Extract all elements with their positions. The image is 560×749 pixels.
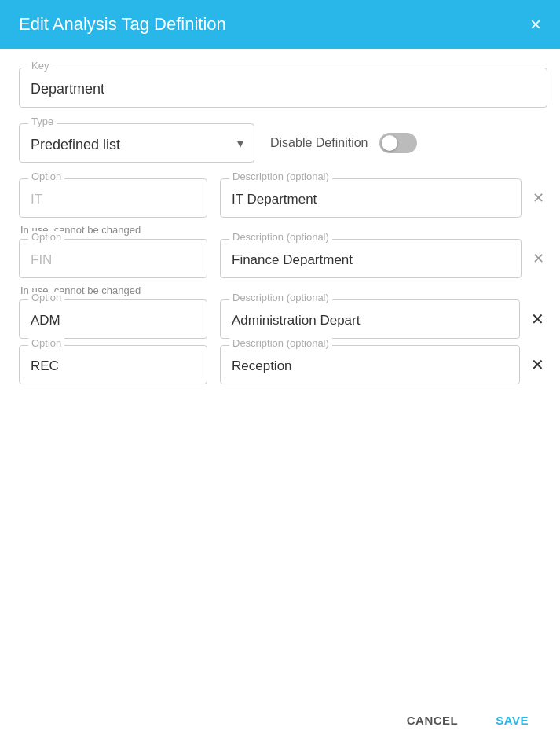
desc-input-container-2: Description (optional) (220, 299, 520, 339)
type-select[interactable]: Predefined list (19, 123, 254, 163)
remove-button-0[interactable]: ✕ (529, 188, 547, 208)
desc-input-3[interactable] (220, 345, 520, 384)
desc-input-0[interactable] (220, 178, 522, 218)
option-label-3: Option (28, 337, 64, 349)
type-label: Type (28, 116, 57, 127)
option-row-2: Option Description (optional) ✕ (19, 299, 547, 339)
option-field-wrap-3: Option (19, 345, 207, 384)
desc-input-container-3: Description (optional) (220, 345, 520, 384)
desc-label-3: Description (optional) (229, 337, 332, 349)
option-input-3[interactable] (19, 345, 207, 384)
disable-definition-group: Disable Definition (270, 133, 547, 153)
desc-input-container-1: Description (optional) (220, 239, 522, 278)
toggle-thumb (382, 135, 397, 151)
key-field-group: Key (19, 68, 547, 108)
desc-input-1[interactable] (220, 239, 522, 278)
desc-field-wrap-1: Description (optional) ✕ (220, 239, 547, 278)
desc-label-1: Description (optional) (229, 231, 332, 243)
type-row: Type Predefined list ▾ Disable Definitio… (19, 123, 547, 163)
save-button[interactable]: SAVE (486, 707, 538, 733)
option-block-0: Option Description (optional) ✕ (19, 178, 547, 218)
option-label-2: Option (28, 292, 64, 303)
desc-field-wrap-0: Description (optional) ✕ (220, 178, 547, 218)
option-row-0: Option Description (optional) ✕ (19, 178, 547, 218)
key-input[interactable] (19, 68, 547, 108)
remove-button-1[interactable]: ✕ (529, 248, 547, 269)
option-block-2: In use, cannot be changed Option Descrip… (19, 285, 547, 339)
options-container: Option Description (optional) ✕ (19, 178, 547, 384)
desc-label-0: Description (optional) (229, 171, 332, 182)
option-row-3: Option Description (optional) ✕ (19, 345, 547, 384)
key-field-label: Key (28, 60, 52, 72)
option-field-wrap-2: Option (19, 299, 207, 339)
dialog: Edit Analysis Tag Definition × Key Type … (0, 0, 560, 749)
desc-field-wrap-3: Description (optional) ✕ (220, 345, 547, 384)
desc-field-wrap-2: Description (optional) ✕ (220, 299, 547, 339)
remove-button-2[interactable]: ✕ (528, 308, 547, 330)
option-label-1: Option (28, 231, 64, 243)
option-field-wrap-0: Option (19, 178, 207, 218)
option-input-1[interactable] (19, 239, 207, 278)
desc-input-2[interactable] (220, 299, 520, 339)
disable-definition-label: Disable Definition (270, 136, 368, 150)
option-row-1: Option Description (optional) ✕ (19, 239, 547, 278)
dialog-scroll-area: Key Type Predefined list ▾ Disable Defin… (0, 49, 560, 695)
desc-label-2: Description (optional) (229, 292, 332, 303)
dialog-header: Edit Analysis Tag Definition × (0, 0, 560, 49)
option-block-1: In use, cannot be changed Option Descrip… (19, 224, 547, 278)
close-button[interactable]: × (530, 15, 541, 34)
dialog-footer: CANCEL SAVE (0, 695, 560, 749)
cancel-button[interactable]: CANCEL (397, 707, 468, 733)
option-block-3: Option Description (optional) ✕ (19, 345, 547, 384)
dialog-title: Edit Analysis Tag Definition (19, 14, 226, 35)
desc-input-container-0: Description (optional) (220, 178, 522, 218)
disable-definition-toggle[interactable] (379, 133, 417, 153)
option-label-0: Option (28, 171, 64, 182)
option-input-0[interactable] (19, 178, 207, 218)
scroll-content: Key Type Predefined list ▾ Disable Defin… (0, 49, 560, 695)
type-select-wrapper: Type Predefined list ▾ (19, 123, 254, 163)
remove-button-3[interactable]: ✕ (528, 354, 547, 376)
option-field-wrap-1: Option (19, 239, 207, 278)
option-input-2[interactable] (19, 299, 207, 339)
